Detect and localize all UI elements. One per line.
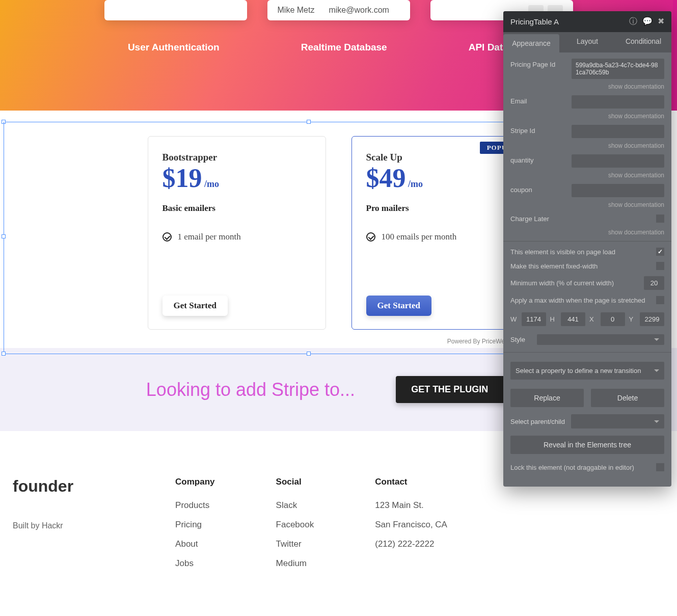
- show-doc-link[interactable]: show documentation: [510, 83, 664, 90]
- show-doc-link[interactable]: show documentation: [510, 172, 664, 179]
- footer-contact-line: San Francisco, CA: [375, 520, 447, 530]
- footer-link[interactable]: Slack: [276, 500, 314, 511]
- check-icon: [163, 232, 172, 242]
- stripe-id-input[interactable]: [572, 125, 664, 138]
- plan-feature-text: 1 email per month: [178, 232, 241, 242]
- max-width-checkbox[interactable]: [656, 296, 664, 304]
- prop-label-email: Email: [510, 95, 572, 105]
- footer-col-contact: Contact 123 Main St. San Francisco, CA (…: [375, 477, 447, 578]
- visible-on-load-label: This element is visible on page load: [510, 248, 615, 256]
- pricing-page-id-input[interactable]: 599a9dba-5a23-4c7c-bde4-981ca706c59b: [572, 59, 664, 79]
- footer-contact-line: (212) 222-2222: [375, 539, 447, 549]
- panel-tabs: Appearance Layout Conditional: [503, 32, 671, 52]
- footer-link[interactable]: Jobs: [175, 558, 214, 569]
- footer-col-social: Social Slack Facebook Twitter Medium: [276, 477, 314, 578]
- min-width-input[interactable]: [644, 276, 664, 290]
- plan-feature-text: 100 emails per month: [382, 232, 457, 242]
- show-doc-link[interactable]: show documentation: [510, 201, 664, 208]
- chevron-down-icon: [654, 338, 659, 341]
- show-doc-link[interactable]: show documentation: [510, 113, 664, 120]
- selection-handle[interactable]: [2, 352, 6, 356]
- show-doc-link[interactable]: show documentation: [510, 229, 664, 236]
- hero-label-db: Realtime Database: [301, 42, 387, 53]
- hero-label-auth: User Authentication: [128, 42, 220, 53]
- tab-conditional[interactable]: Conditional: [615, 32, 671, 52]
- style-dropdown[interactable]: [537, 334, 664, 345]
- footer-link[interactable]: Medium: [276, 558, 314, 569]
- lock-element-label: Lock this element (not draggable in edit…: [510, 464, 634, 471]
- footer-link[interactable]: Pricing: [175, 520, 214, 530]
- hero-card-name: Mike Metz: [278, 6, 315, 15]
- select-parent-label: Select parent/child: [510, 418, 565, 425]
- panel-header[interactable]: PricingTable A ⓘ 💬 ✖: [503, 11, 671, 32]
- fixed-width-checkbox[interactable]: [656, 262, 664, 270]
- selection-guide: [4, 354, 516, 354]
- plan-name: Bootstrapper: [163, 152, 311, 163]
- transition-label: Select a property to define a new transi…: [516, 367, 641, 374]
- width-input[interactable]: [522, 312, 546, 326]
- panel-title: PricingTable A: [510, 17, 559, 26]
- price-card-bootstrapper: Bootstrapper $19 /mo Basic emailers 1 em…: [148, 136, 326, 330]
- show-doc-link[interactable]: show documentation: [510, 142, 664, 149]
- check-icon: [366, 232, 375, 242]
- style-label: Style: [510, 336, 531, 343]
- plan-period: /mo: [408, 179, 423, 189]
- hero-card-left: [104, 0, 247, 20]
- prop-label-pricing-page-id: Pricing Page Id: [510, 59, 572, 68]
- min-width-label: Minimum width (% of current width): [510, 279, 614, 287]
- prop-label-quantity: quantity: [510, 154, 572, 164]
- prop-label-charge-later: Charge Later: [510, 215, 549, 223]
- delete-button[interactable]: Delete: [591, 389, 664, 407]
- footer-byline: Built by Hackr: [13, 521, 73, 530]
- plan-price: $49: [366, 164, 406, 193]
- plan-subtitle: Basic emailers: [163, 203, 311, 213]
- select-parent-dropdown[interactable]: [571, 414, 664, 428]
- max-width-label: Apply a max width when the page is stret…: [510, 297, 645, 304]
- hero-card-email: mike@work.com: [329, 6, 389, 15]
- selection-handle[interactable]: [307, 352, 311, 356]
- replace-button[interactable]: Replace: [510, 389, 584, 407]
- plan-price: $19: [163, 164, 202, 193]
- get-started-button[interactable]: Get Started: [366, 296, 432, 316]
- fixed-width-label: Make this element fixed-width: [510, 262, 598, 270]
- reveal-elements-tree-button[interactable]: Reveal in the Elements tree: [510, 436, 664, 454]
- get-started-button[interactable]: Get Started: [163, 296, 228, 316]
- dimensions-row: W H X Y: [510, 312, 664, 326]
- x-input[interactable]: [601, 312, 625, 326]
- coupon-input[interactable]: [572, 184, 664, 197]
- prop-label-coupon: coupon: [510, 184, 572, 194]
- footer-col-title: Social: [276, 477, 314, 487]
- price-card-scaleup: POPULAR Scale Up $49 /mo Pro mailers 100…: [351, 136, 530, 330]
- footer-link[interactable]: Products: [175, 500, 214, 511]
- footer-col-title: Contact: [375, 477, 447, 487]
- tab-appearance[interactable]: Appearance: [503, 34, 559, 52]
- quantity-input[interactable]: [572, 154, 664, 168]
- visible-on-load-checkbox[interactable]: [656, 248, 664, 256]
- footer-col-title: Company: [175, 477, 214, 487]
- height-input[interactable]: [561, 312, 585, 326]
- footer-contact-line: 123 Main St.: [375, 500, 447, 511]
- charge-later-checkbox[interactable]: [656, 215, 664, 223]
- email-input[interactable]: [572, 95, 664, 109]
- info-icon[interactable]: ⓘ: [629, 16, 637, 27]
- tab-layout[interactable]: Layout: [559, 32, 615, 52]
- chevron-down-icon: [654, 420, 659, 423]
- footer-link[interactable]: Facebook: [276, 520, 314, 530]
- footer-link[interactable]: Twitter: [276, 539, 314, 549]
- close-icon[interactable]: ✖: [658, 16, 664, 27]
- plan-subtitle: Pro mailers: [366, 203, 515, 213]
- plan-feature: 100 emails per month: [366, 232, 515, 242]
- lock-element-checkbox[interactable]: [656, 463, 664, 471]
- plan-feature: 1 email per month: [163, 232, 311, 242]
- footer-link[interactable]: About: [175, 539, 214, 549]
- footer-brand: founder: [13, 477, 73, 496]
- properties-panel[interactable]: PricingTable A ⓘ 💬 ✖ Appearance Layout C…: [503, 11, 671, 487]
- cta-button-label: GET THE PLUGIN: [411, 384, 488, 395]
- transition-dropdown[interactable]: Select a property to define a new transi…: [510, 362, 664, 380]
- y-input[interactable]: [640, 312, 664, 326]
- chevron-down-icon: [654, 369, 659, 372]
- plan-period: /mo: [204, 179, 219, 189]
- cta-text: Looking to add Stripe to...: [146, 379, 355, 400]
- comment-icon[interactable]: 💬: [642, 16, 653, 27]
- prop-label-stripe-id: Stripe Id: [510, 125, 572, 135]
